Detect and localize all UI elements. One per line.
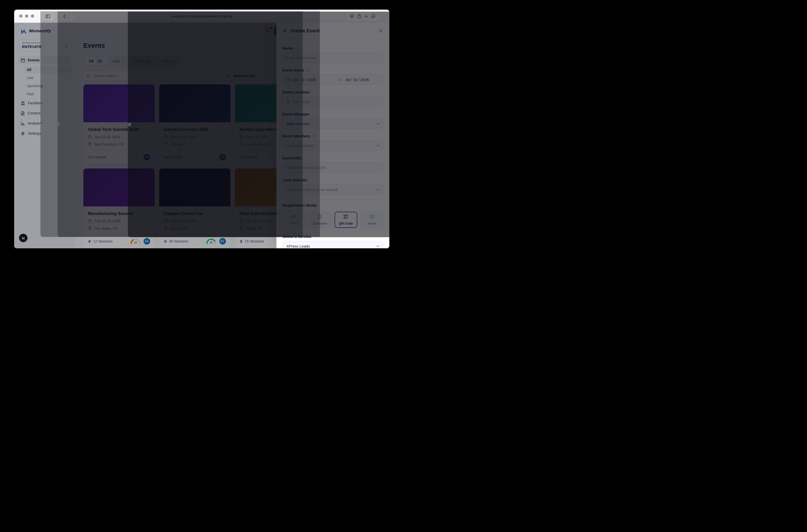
chevron-down-icon [376, 245, 379, 247]
screen: localhost:3000/dashboard/events?tab=all [0, 0, 404, 266]
zoom-window-button[interactable] [31, 14, 34, 18]
window-controls [19, 14, 34, 18]
browser-window: localhost:3000/dashboard/events?tab=all [14, 10, 389, 248]
close-window-button[interactable] [19, 14, 22, 18]
minimize-window-button[interactable] [25, 14, 28, 18]
select-value: XPress Leads [286, 244, 310, 248]
reload-icon[interactable] [128, 12, 389, 237]
browser-toolbar: localhost:3000/dashboard/events?tab=all [14, 10, 389, 23]
service-select[interactable]: XPress Leads [282, 241, 383, 248]
address-bar[interactable]: localhost:3000/dashboard/events?tab=all [128, 12, 276, 21]
sidebar-toggle-button[interactable] [40, 12, 55, 21]
history-nav [58, 12, 75, 21]
